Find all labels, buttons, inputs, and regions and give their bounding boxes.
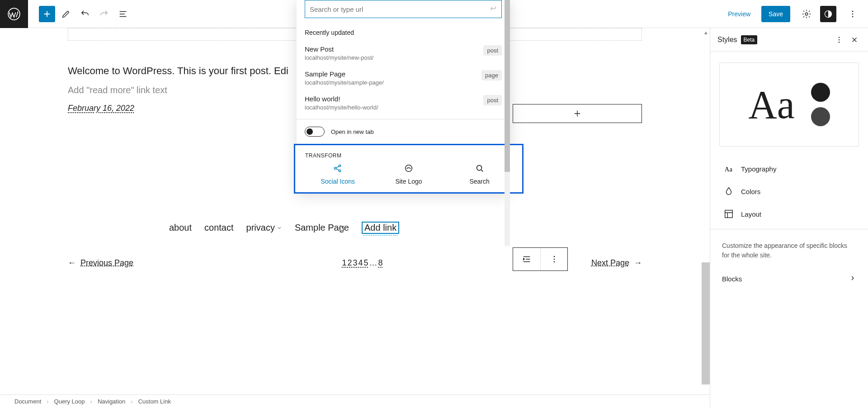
link-popover: Search or type url Recently updated New …: [297, 0, 510, 194]
svg-point-3: [852, 10, 854, 12]
block-tool-indent-icon[interactable]: [513, 248, 540, 270]
add-block-button[interactable]: [39, 6, 55, 22]
link-suggestion-new-post[interactable]: New Postlocalhost/mysite/new-post/ post: [297, 41, 510, 66]
type-badge: page: [481, 70, 502, 81]
nav-item-sample-page[interactable]: Sample Page: [295, 223, 349, 233]
navigation-block: about contact privacy Sample Page Add li…: [169, 222, 642, 234]
chevron-right-icon: [849, 275, 856, 283]
list-view-icon[interactable]: [115, 6, 131, 22]
svg-point-16: [339, 170, 341, 171]
add-link-field[interactable]: Add link: [362, 222, 399, 234]
typography-icon: Aa: [724, 164, 734, 174]
append-block-button[interactable]: [513, 104, 642, 123]
layout-option[interactable]: Layout: [710, 203, 868, 225]
save-button[interactable]: Save: [761, 6, 790, 22]
nav-item-contact[interactable]: contact: [204, 223, 233, 233]
next-page-link[interactable]: Next Page →: [591, 258, 642, 268]
breadcrumb-item[interactable]: Document: [14, 398, 41, 405]
share-icon: [333, 163, 343, 173]
transform-search[interactable]: Search: [453, 163, 507, 185]
toggle-switch[interactable]: [305, 127, 325, 137]
svg-point-15: [339, 165, 341, 166]
type-badge: post: [483, 95, 502, 105]
svg-rect-13: [725, 210, 733, 218]
page-numbers[interactable]: 1 2 3 4 5 … 8: [342, 258, 382, 268]
chevron-down-icon: [277, 225, 282, 231]
svg-point-11: [839, 42, 840, 43]
layout-icon: [724, 209, 734, 219]
search-icon: [475, 163, 485, 173]
link-search-input[interactable]: Search or type url: [305, 0, 502, 18]
svg-point-1: [805, 13, 808, 15]
drop-icon: [724, 186, 734, 196]
svg-point-6: [553, 256, 555, 257]
svg-point-5: [852, 16, 854, 17]
redo-icon[interactable]: [96, 6, 112, 22]
enter-icon: [488, 4, 497, 14]
breadcrumb: Document› Query Loop› Navigation› Custom…: [0, 394, 710, 408]
close-sidebar-icon[interactable]: [848, 33, 861, 46]
wordpress-logo[interactable]: [0, 0, 28, 28]
breadcrumb-item[interactable]: Custom Link: [138, 398, 171, 405]
breadcrumb-item[interactable]: Navigation: [98, 398, 125, 405]
svg-text:Aa: Aa: [725, 166, 733, 173]
canvas-scrollbar[interactable]: ▴: [702, 28, 710, 408]
svg-point-9: [839, 37, 840, 38]
breadcrumb-item[interactable]: Query Loop: [54, 398, 85, 405]
beta-badge: Beta: [741, 35, 758, 44]
more-options-icon[interactable]: [844, 6, 861, 22]
styles-sidebar: Styles Beta Aa Aa Typography Colors Layo…: [710, 28, 868, 408]
sidebar-title: Styles: [717, 36, 737, 44]
block-tool-more-icon[interactable]: [540, 248, 567, 270]
nav-item-privacy[interactable]: privacy: [246, 223, 282, 233]
transform-section: TRANSFORM Social Icons Site Logo Search: [294, 144, 524, 194]
style-preview[interactable]: Aa: [719, 62, 859, 147]
transform-social-icons[interactable]: Social Icons: [311, 163, 365, 185]
transform-label: TRANSFORM: [295, 151, 522, 163]
blocks-nav[interactable]: Blocks: [710, 268, 868, 289]
svg-point-8: [553, 261, 555, 263]
svg-point-14: [335, 167, 336, 169]
settings-icon[interactable]: [798, 6, 815, 22]
site-logo-icon: [404, 163, 414, 173]
typography-option[interactable]: Aa Typography: [710, 157, 868, 180]
preview-button[interactable]: Preview: [722, 7, 756, 21]
sidebar-more-icon[interactable]: [833, 33, 845, 46]
edit-icon[interactable]: [58, 6, 74, 22]
link-suggestion-sample-page[interactable]: Sample Pagelocalhost/mysite/sample-page/…: [297, 66, 510, 90]
colors-option[interactable]: Colors: [710, 180, 868, 203]
transform-site-logo[interactable]: Site Logo: [382, 163, 436, 185]
nav-item-about[interactable]: about: [169, 223, 192, 233]
link-suggestion-hello-world[interactable]: Hello world!localhost/mysite/hello-world…: [297, 90, 510, 115]
svg-point-18: [476, 166, 481, 171]
svg-point-4: [852, 13, 854, 14]
svg-point-17: [406, 165, 412, 172]
blocks-description: Customize the appearance of specific blo…: [710, 233, 868, 268]
open-new-tab-toggle[interactable]: Open in new tab: [297, 119, 510, 144]
styles-toggle-icon[interactable]: [820, 6, 836, 22]
type-badge: post: [483, 45, 502, 56]
previous-page-link[interactable]: ← Previous Page: [68, 258, 133, 268]
recently-updated-label: Recently updated: [297, 24, 510, 41]
undo-icon[interactable]: [77, 6, 93, 22]
svg-point-7: [553, 259, 555, 260]
svg-point-10: [839, 39, 840, 40]
block-toolbar: [513, 247, 568, 271]
popover-scrollbar[interactable]: [505, 0, 510, 246]
